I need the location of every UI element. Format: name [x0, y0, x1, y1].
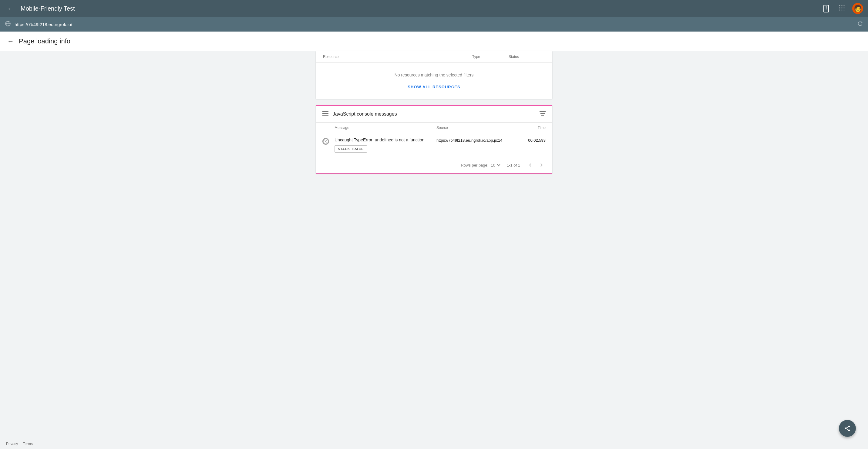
empty-message: No resources matching the selected filte…: [316, 63, 552, 82]
time-col-header: Time: [515, 126, 546, 130]
console-card: JavaScript console messages Message Sour…: [316, 105, 552, 174]
error-circle-icon: [322, 138, 329, 145]
next-page-button[interactable]: [537, 161, 546, 169]
console-table-header: Message Source Time: [316, 123, 552, 133]
share-fab-button[interactable]: [839, 420, 856, 437]
error-icon-cell: [322, 138, 335, 145]
svg-point-22: [845, 427, 847, 429]
console-title: JavaScript console messages: [333, 111, 397, 117]
status-col-header: Status: [508, 55, 545, 59]
back-icon: ←: [7, 37, 14, 45]
top-bar-left: ← Mobile-Friendly Test: [5, 3, 75, 14]
error-message-text: Uncaught TypeError: undefined is not a f…: [335, 138, 436, 142]
chevron-down-icon: [496, 163, 501, 168]
page-header: ← Page loading info: [0, 32, 868, 51]
rows-per-page-value: 10: [491, 163, 495, 168]
error-time-cell: 00:02.593: [515, 138, 546, 143]
console-card-header: JavaScript console messages: [316, 106, 552, 123]
source-col-header: Source: [436, 126, 515, 130]
svg-point-5: [844, 7, 845, 8]
page-nav: [526, 161, 546, 169]
resource-col-header: Resource: [323, 55, 472, 59]
globe-icon: [5, 21, 11, 28]
avatar[interactable]: 🧑: [852, 3, 863, 14]
svg-point-6: [839, 9, 840, 10]
back-button[interactable]: ←: [5, 3, 16, 14]
svg-line-24: [846, 429, 848, 430]
resources-card: Resource Type Status No resources matchi…: [316, 51, 552, 99]
message-col-header: Message: [335, 126, 436, 130]
svg-line-25: [846, 427, 848, 428]
show-all-resources-link[interactable]: SHOW ALL RESOURCES: [316, 82, 552, 99]
apps-icon: [839, 5, 845, 12]
svg-point-0: [839, 5, 840, 6]
menu-icon: [322, 111, 329, 117]
svg-point-3: [839, 7, 840, 8]
filter-icon[interactable]: [539, 111, 546, 117]
rows-per-page-select[interactable]: 10: [491, 163, 500, 168]
terms-link[interactable]: Terms: [23, 442, 33, 446]
back-arrow-icon: ←: [7, 5, 13, 12]
top-bar-right: ! 🧑: [821, 3, 863, 14]
feedback-icon: !: [824, 5, 829, 12]
top-bar: ← Mobile-Friendly Test ! 🧑: [0, 0, 868, 17]
avatar-icon: 🧑: [854, 5, 862, 12]
error-source-cell: https://7b49f218.eu.ngrok.io/app.js:14: [436, 138, 515, 143]
svg-point-4: [842, 7, 842, 8]
error-message-cell: Uncaught TypeError: undefined is not a f…: [335, 138, 436, 153]
page-info: 1-1 of 1: [507, 163, 520, 168]
type-col-header: Type: [472, 55, 508, 59]
url-input[interactable]: [14, 22, 854, 27]
footer: Privacy Terms: [6, 442, 33, 446]
svg-point-2: [844, 5, 845, 6]
page-title: Page loading info: [19, 37, 70, 45]
console-pagination: Rows per page: 10 1-1 of 1: [316, 157, 552, 173]
stack-trace-button[interactable]: STACK TRACE: [335, 145, 367, 153]
feedback-button[interactable]: !: [821, 3, 832, 14]
svg-point-7: [842, 9, 842, 10]
console-row: Uncaught TypeError: undefined is not a f…: [316, 133, 552, 157]
app-title: Mobile-Friendly Test: [21, 5, 75, 12]
svg-point-1: [842, 5, 842, 6]
svg-point-23: [848, 429, 850, 431]
privacy-link[interactable]: Privacy: [6, 442, 18, 446]
rows-per-page-label: Rows per page:: [461, 163, 488, 168]
prev-page-button[interactable]: [526, 161, 535, 169]
page-back-button[interactable]: ←: [7, 37, 14, 45]
main-content: Resource Type Status No resources matchi…: [0, 51, 868, 186]
svg-point-21: [848, 426, 850, 427]
apps-button[interactable]: [836, 3, 847, 14]
url-bar: [0, 17, 868, 32]
console-card-header-left: JavaScript console messages: [322, 111, 397, 117]
svg-point-8: [844, 9, 845, 10]
refresh-icon[interactable]: [857, 21, 863, 28]
resources-table-header: Resource Type Status: [316, 51, 552, 63]
rows-per-page: Rows per page: 10: [461, 163, 501, 168]
